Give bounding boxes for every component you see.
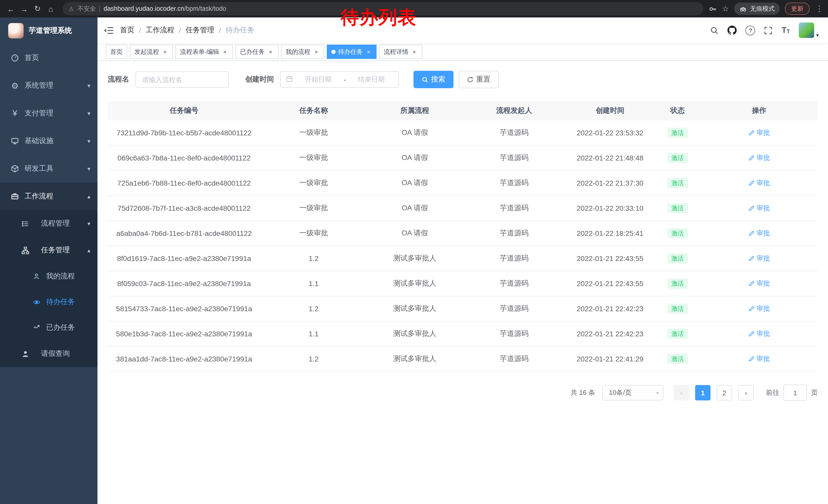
- app-root: 芋道管理系统 首页 ⚙ 系统管理 ▾ ¥ 支付管理 ▾: [0, 17, 828, 504]
- breadcrumb-item[interactable]: 首页: [120, 26, 134, 35]
- app-title: 芋道管理系统: [29, 26, 72, 35]
- column-header: 任务编号: [108, 106, 260, 116]
- url-path: /bpm/task/todo: [184, 5, 226, 12]
- table-header: 任务编号 任务名称 所属流程 流程发起人 创建时间 状态 操作: [108, 101, 818, 121]
- edit-icon: [748, 331, 755, 337]
- sidebar-toggle-icon[interactable]: [97, 17, 120, 43]
- breadcrumb-separator: /: [219, 26, 221, 34]
- breadcrumb-separator: /: [139, 26, 141, 34]
- chevron-up-icon: ▴: [87, 193, 90, 200]
- sidebar-item-task-mgmt[interactable]: 任务管理 ▴: [0, 237, 97, 264]
- tab-home[interactable]: 首页: [106, 45, 127, 59]
- page-button-2[interactable]: 2: [717, 385, 732, 401]
- cell-created-time: 2022-01-21 22:42:23: [566, 305, 654, 313]
- goto-page-input[interactable]: [783, 384, 807, 401]
- sidebar-item-home[interactable]: 首页: [0, 44, 97, 72]
- approve-link[interactable]: 审批: [748, 229, 770, 238]
- cell-created-time: 2022-01-22 21:37:30: [566, 179, 654, 187]
- approve-link[interactable]: 审批: [748, 128, 770, 137]
- sidebar-item-leave-query[interactable]: 请假查询: [0, 340, 97, 367]
- prev-page-button[interactable]: ‹: [673, 385, 689, 401]
- sidebar-item-todo-task[interactable]: 待办任务: [0, 289, 97, 315]
- approve-link[interactable]: 审批: [748, 279, 770, 288]
- tab-my-process[interactable]: 我的流程×: [281, 45, 324, 59]
- sidebar-logo[interactable]: 芋道管理系统: [0, 17, 97, 44]
- edit-icon: [748, 230, 755, 236]
- sidebar-item-process-mgmt[interactable]: 流程管理 ▾: [0, 210, 97, 237]
- edit-icon: [748, 180, 755, 186]
- tab-done-task[interactable]: 已办任务×: [236, 45, 279, 59]
- github-icon[interactable]: [728, 26, 737, 35]
- browser-forward-icon[interactable]: →: [17, 2, 31, 15]
- bookmark-star-icon[interactable]: ☆: [722, 4, 729, 13]
- incognito-label: 无痕模式: [750, 4, 775, 13]
- breadcrumb-item[interactable]: 任务管理: [186, 26, 214, 35]
- search-icon: [422, 76, 428, 83]
- close-icon[interactable]: ×: [365, 48, 372, 55]
- close-icon[interactable]: ×: [411, 48, 418, 55]
- tab-process-detail[interactable]: 流程详情×: [379, 45, 422, 59]
- annotation-overlay: 待办列表: [341, 5, 417, 30]
- close-icon[interactable]: ×: [222, 48, 228, 55]
- breadcrumb-item[interactable]: 工作流程: [146, 26, 174, 35]
- goto-page: 前往 页: [766, 384, 818, 401]
- approve-link[interactable]: 审批: [748, 304, 770, 313]
- sidebar-item-label: 任务管理: [41, 245, 70, 255]
- tab-start-process[interactable]: 发起流程×: [130, 45, 173, 59]
- browser-back-icon[interactable]: ←: [4, 2, 17, 15]
- caret-down-icon: ▾: [656, 390, 659, 396]
- browser-update-button[interactable]: 更新: [785, 3, 810, 15]
- approve-link[interactable]: 审批: [748, 254, 770, 263]
- page-size-select[interactable]: 10条/页 ▾: [602, 385, 663, 401]
- reset-button[interactable]: 重置: [459, 71, 499, 88]
- cell-initiator: 芋道源码: [463, 229, 566, 238]
- cell-task-name: 1.1: [260, 330, 367, 338]
- tab-todo-task[interactable]: 待办任务×: [327, 45, 377, 59]
- close-icon[interactable]: ×: [162, 48, 168, 55]
- approve-link[interactable]: 审批: [748, 178, 770, 188]
- table-row: 73211d9d-7b9b-11ec-b5b7-acde48001122 一级审…: [108, 121, 818, 146]
- next-page-button[interactable]: ›: [738, 385, 754, 401]
- process-name-input[interactable]: [135, 71, 229, 88]
- sidebar-item-workflow[interactable]: 工作流程 ▴: [0, 183, 97, 210]
- approve-link[interactable]: 审批: [748, 203, 770, 213]
- sidebar-item-system[interactable]: ⚙ 系统管理 ▾: [0, 72, 97, 99]
- approve-link[interactable]: 审批: [748, 153, 770, 163]
- search-icon[interactable]: [710, 26, 719, 35]
- date-range-picker[interactable]: 开始日期 - 结束日期: [280, 71, 399, 88]
- app-logo-image: [8, 23, 24, 39]
- approve-link[interactable]: 审批: [748, 329, 770, 338]
- browser-refresh-icon[interactable]: ↻: [31, 2, 44, 15]
- security-label: 不安全: [78, 4, 96, 13]
- browser-menu-icon[interactable]: ⋮: [815, 4, 824, 13]
- incognito-spy-icon: [739, 5, 747, 12]
- sidebar-item-done-task[interactable]: 已办任务: [0, 315, 97, 340]
- browser-home-icon[interactable]: ⌂: [44, 2, 57, 15]
- sidebar-item-my-process[interactable]: 我的流程: [0, 264, 97, 289]
- cell-task-name: 一级审批: [260, 128, 367, 137]
- page-button-1[interactable]: 1: [695, 385, 710, 401]
- list-icon: [20, 220, 30, 227]
- sidebar-item-label: 研发工具: [25, 164, 53, 173]
- sidebar-item-payment[interactable]: ¥ 支付管理 ▾: [0, 99, 97, 127]
- check-circle-icon: [32, 324, 41, 331]
- main-area: 首页 / 工作流程 / 任务管理 / 待办任务: [97, 17, 828, 504]
- close-icon[interactable]: ×: [267, 48, 274, 55]
- close-icon[interactable]: ×: [313, 48, 320, 55]
- search-button[interactable]: 搜索: [413, 71, 454, 88]
- cell-initiator: 芋道源码: [463, 254, 566, 263]
- avatar[interactable]: [799, 22, 814, 38]
- edit-icon: [748, 306, 755, 312]
- password-key-icon[interactable]: [708, 4, 717, 13]
- fullscreen-icon[interactable]: [764, 26, 773, 35]
- approve-link[interactable]: 审批: [748, 354, 770, 364]
- font-size-icon[interactable]: TT: [782, 26, 790, 34]
- user-menu[interactable]: ▾: [799, 22, 819, 38]
- sidebar-item-infra[interactable]: 基础设施 ▾: [0, 127, 97, 155]
- help-icon[interactable]: ?: [746, 26, 755, 35]
- sidebar-item-devtools[interactable]: 研发工具 ▾: [0, 155, 97, 183]
- url-domain: dashboard.yudao.iocoder.cn: [104, 5, 184, 12]
- cell-task-name: 1.2: [260, 254, 367, 263]
- tab-form-edit[interactable]: 流程表单-编辑×: [175, 45, 233, 59]
- url-text: dashboard.yudao.iocoder.cn/bpm/task/todo: [104, 5, 226, 12]
